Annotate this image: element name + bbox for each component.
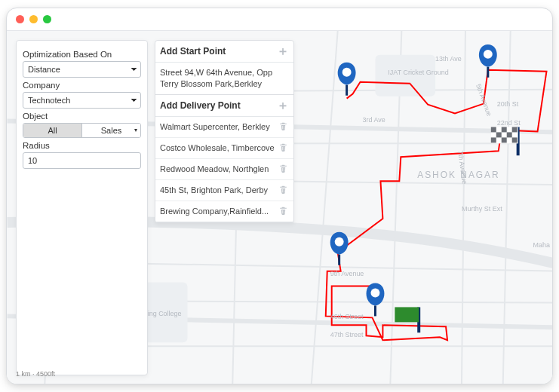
start-point-address: Street 94,W 64th Avenue, Opp Terry Bloss…	[155, 63, 293, 94]
delivery-item[interactable]: Brewing Company,Rainfield...	[155, 201, 293, 222]
trash-icon[interactable]	[278, 164, 289, 175]
street-label-murthy: Murthy St Ext	[462, 205, 502, 213]
street-label-13: 13th Ave	[435, 55, 462, 63]
street-label-maha: Maha	[533, 241, 550, 249]
svg-rect-15	[491, 127, 496, 132]
content-area: ASHOK NAGAR 3rd Ave 13th Ave 16th Avenue…	[7, 31, 552, 384]
object-tab-sales[interactable]: Sales▾	[81, 124, 140, 137]
start-point-section: Add Start Point ＋ Street 94,W 64th Avenu…	[155, 41, 293, 95]
svg-rect-16	[502, 127, 507, 132]
window-minimize-button[interactable]	[29, 15, 38, 23]
start-point-header: Add Start Point	[160, 46, 226, 57]
trash-icon[interactable]	[278, 142, 289, 154]
svg-rect-18	[496, 132, 502, 137]
svg-point-7	[335, 237, 344, 247]
delivery-item[interactable]: Redwood Meadow, Northglen	[155, 158, 293, 179]
map-pin-2[interactable]	[479, 44, 497, 78]
trash-icon[interactable]	[278, 121, 289, 133]
window-close-button[interactable]	[16, 15, 24, 23]
delivery-item[interactable]: 45th St, Brighton Park, Derby	[155, 179, 293, 201]
svg-rect-12	[395, 307, 419, 322]
poi-cricket: IJAT Cricket Ground	[388, 69, 448, 76]
delivery-item-label: Redwood Meadow, Northglen	[160, 164, 269, 173]
add-start-point-button[interactable]: ＋	[277, 45, 289, 57]
street-label-9th: 9th Avenue	[330, 270, 364, 277]
chevron-down-icon: ▾	[134, 127, 137, 133]
delivery-points-section: Add Delivery Point ＋ Walmart Supercenter…	[155, 95, 293, 222]
app-window: ASHOK NAGAR 3rd Ave 13th Ave 16th Avenue…	[6, 8, 553, 384]
svg-rect-19	[507, 132, 512, 137]
radius-label: Radius	[23, 141, 141, 150]
company-label: Company	[23, 81, 141, 90]
start-flag-icon[interactable]	[395, 307, 419, 332]
object-label: Object	[23, 112, 141, 121]
delivery-item-label: 45th St, Brighton Park, Derby	[160, 185, 268, 194]
svg-point-5	[484, 50, 493, 59]
street-label-3rd: 3rd Ave	[363, 116, 385, 124]
delivery-item-label: Costco Wholesale, Timbercove	[160, 143, 275, 152]
delivery-points-list: Walmart Supercenter, Berkley Costco Whol…	[155, 117, 293, 222]
svg-rect-20	[491, 137, 496, 142]
titlebar	[7, 8, 552, 31]
svg-point-3	[342, 68, 352, 77]
company-select[interactable]: Technotech	[23, 92, 141, 109]
street-label-5th: 5th Avenue	[475, 83, 493, 117]
svg-rect-17	[512, 127, 518, 132]
trash-icon[interactable]	[278, 185, 289, 196]
route-form-panel: Optimization Based On Distance Company T…	[16, 40, 148, 375]
street-label-46: 46th Street	[330, 313, 364, 320]
svg-rect-22	[512, 137, 518, 142]
delivery-item-label: Brewing Company,Rainfield...	[160, 207, 269, 216]
street-label-22: 22nd St	[497, 119, 521, 127]
delivery-item-label: Walmart Supercenter, Berkley	[160, 122, 270, 131]
svg-point-9	[370, 289, 379, 298]
window-zoom-button[interactable]	[43, 15, 51, 23]
points-panel: Add Start Point ＋ Street 94,W 64th Avenu…	[155, 40, 294, 223]
trash-icon[interactable]	[278, 206, 289, 217]
object-tab-all[interactable]: All	[23, 124, 81, 137]
svg-rect-21	[502, 137, 507, 142]
map-scale: 1 km · 4500ft	[16, 370, 55, 378]
object-segmented: All Sales▾	[23, 123, 141, 138]
area-label: ASHOK NAGAR	[417, 170, 499, 180]
delivery-points-header: Add Delivery Point	[160, 100, 241, 111]
street-label-47: 47th Street	[330, 331, 364, 338]
optimization-label: Optimization Based On	[23, 50, 141, 59]
map-pin-4[interactable]	[367, 283, 385, 317]
delivery-item[interactable]: Walmart Supercenter, Berkley	[155, 117, 293, 137]
street-label-20: 20th St	[497, 100, 519, 108]
add-delivery-point-button[interactable]: ＋	[277, 100, 289, 112]
map-pin-3[interactable]	[330, 232, 349, 265]
delivery-item[interactable]: Costco Wholesale, Timbercove	[155, 137, 293, 158]
optimization-select[interactable]: Distance	[23, 61, 141, 78]
radius-input[interactable]	[23, 152, 141, 169]
